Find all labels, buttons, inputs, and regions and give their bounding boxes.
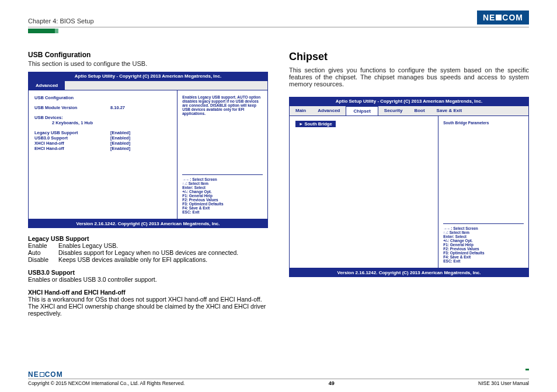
usb-devices-value: 2 Keyboards, 1 Hub bbox=[34, 120, 171, 125]
usb-config-title: USB Configuration bbox=[28, 51, 268, 59]
bios-content-right: South Bridge Parameters →←: Select Scree… bbox=[438, 116, 528, 268]
opt-val: Enables Legacy USB. bbox=[58, 242, 118, 249]
bios-opt-value: [Enabled] bbox=[110, 146, 130, 151]
usb30-desc: Enables or disables USB 3.0 controller s… bbox=[28, 276, 268, 283]
usb30-title: USB3.0 Support bbox=[28, 269, 268, 276]
bios-panel-chipset: Aptio Setup Utility - Copyright (C) 2013… bbox=[289, 97, 529, 277]
bios-menu-chipset: Main Advanced Chipset Security Boot Save… bbox=[290, 106, 528, 116]
usb-devices-label: USB Devices: bbox=[34, 115, 171, 120]
bios-opt-value: [Enabled] bbox=[110, 135, 130, 141]
bios-header: Aptio Setup Utility - Copyright (C) 2013… bbox=[28, 72, 268, 80]
bios-content-right: Enables Legacy USB support. AUTO option … bbox=[177, 90, 267, 219]
chapter-title: Chapter 4: BIOS Setup bbox=[28, 18, 94, 24]
bios-content-left: ► South Bridge bbox=[290, 116, 438, 268]
logo-squares-icon bbox=[496, 15, 502, 20]
south-bridge-item: ► South Bridge bbox=[295, 121, 336, 127]
opt-val: Disables support for Legacy when no USB … bbox=[58, 249, 238, 256]
brand-logo: NECOM bbox=[477, 10, 529, 24]
chipset-intro: This section gives you functions to conf… bbox=[289, 66, 529, 88]
bios-nav-keys: →←: Select Screen ↑↓: Select Item Enter:… bbox=[443, 223, 524, 263]
right-column: Chipset This section gives you functions… bbox=[289, 51, 529, 317]
bios-opt-label: USB3.0 Support bbox=[34, 135, 110, 141]
opt-val: Keeps USB devices available only for EFI… bbox=[58, 256, 207, 263]
bios-opt-value: [Enabled] bbox=[110, 141, 130, 146]
opt-key: Disable bbox=[28, 256, 58, 263]
bios-header: Aptio Setup Utility - Copyright (C) 2013… bbox=[289, 97, 529, 106]
bios-tab-advanced: Advanced bbox=[312, 106, 346, 116]
bios-opt-label: Legacy USB Support bbox=[34, 130, 110, 135]
bios-opt-label: XHCI Hand-off bbox=[34, 141, 110, 146]
xhci-desc: This is a workaround for OSs that does n… bbox=[28, 296, 268, 317]
bios-menu-usb: Advanced bbox=[29, 81, 267, 90]
page-footer: NECOM Copyright © 2015 NEXCOM Internatio… bbox=[28, 370, 529, 386]
page-header: Chapter 4: BIOS Setup NECOM bbox=[28, 10, 529, 24]
content-columns: USB Configuration This section is used t… bbox=[28, 51, 529, 317]
opt-key: Enable bbox=[28, 242, 58, 249]
logo-text-right: COM bbox=[502, 13, 523, 22]
left-column: USB Configuration This section is used t… bbox=[28, 51, 268, 317]
bios-tab-security: Security bbox=[378, 106, 409, 116]
bios-hint: Enables Legacy USB support. AUTO option … bbox=[182, 95, 263, 116]
copyright-text: Copyright © 2015 NEXCOM International Co… bbox=[28, 380, 184, 386]
bios-footer: Version 2.16.1242. Copyright (C) 2013 Am… bbox=[289, 268, 529, 277]
legacy-usb-title: Legacy USB Support bbox=[28, 235, 268, 242]
bios-hint: South Bridge Parameters bbox=[443, 121, 524, 125]
accent-bar bbox=[28, 29, 58, 33]
usb-module-value: 8.10.27 bbox=[110, 105, 125, 110]
bios-tab-advanced: Advanced bbox=[29, 81, 65, 90]
bios-content-left: USB Configuration USB Module Version8.10… bbox=[29, 90, 177, 219]
bios-nav-keys: →←: Select Screen ↑↓: Select Item Enter:… bbox=[182, 174, 263, 214]
header-divider bbox=[28, 27, 529, 27]
footer-logo-left: NE bbox=[28, 370, 39, 379]
page-number: 49 bbox=[329, 380, 335, 386]
bios-footer: Version 2.16.1242. Copyright (C) 2013 Am… bbox=[28, 219, 268, 228]
bios-section-title: USB Configuration bbox=[34, 95, 171, 100]
bios-tab-main: Main bbox=[290, 106, 312, 116]
bios-opt-label: EHCI Hand-off bbox=[34, 146, 110, 151]
logo-text-left: NE bbox=[483, 13, 495, 22]
bios-panel-usb: Aptio Setup Utility - Copyright (C) 2013… bbox=[28, 72, 268, 228]
manual-name: NISE 301 User Manual bbox=[478, 380, 529, 386]
bios-opt-value: [Enabled] bbox=[110, 130, 130, 135]
logo-squares-icon bbox=[40, 372, 44, 377]
xhci-title: XHCI Hand-off and EHCI Hand-off bbox=[28, 289, 268, 296]
bios-tab-save: Save & Exit bbox=[431, 106, 468, 116]
descriptions: Legacy USB Support EnableEnables Legacy … bbox=[28, 235, 268, 317]
opt-key: Auto bbox=[28, 249, 58, 256]
footer-divider bbox=[28, 379, 529, 379]
footer-logo: NECOM bbox=[28, 370, 529, 379]
bios-tab-chipset: Chipset bbox=[346, 106, 378, 116]
bios-tab-boot: Boot bbox=[408, 106, 430, 116]
chipset-title: Chipset bbox=[289, 51, 529, 63]
footer-logo-right: COM bbox=[45, 370, 63, 379]
usb-module-label: USB Module Version bbox=[34, 105, 110, 110]
usb-config-intro: This section is used to configure the US… bbox=[28, 60, 268, 67]
